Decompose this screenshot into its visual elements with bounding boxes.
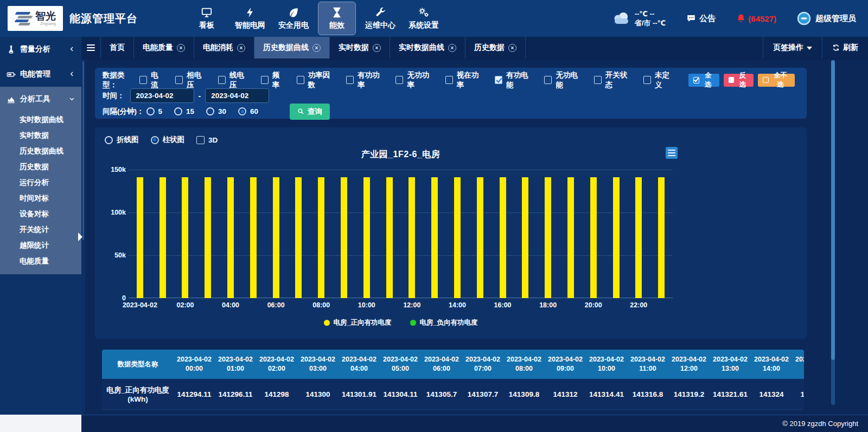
bar[interactable] <box>363 177 370 298</box>
tab-close-icon[interactable]: × <box>508 44 516 52</box>
checkbox-box[interactable] <box>261 76 269 84</box>
tab-实时数据[interactable]: 实时数据× <box>330 37 390 59</box>
checkbox-box[interactable] <box>218 76 226 84</box>
refresh-button[interactable]: 刷新 <box>822 37 868 59</box>
sidebar-item-设备对标[interactable]: 设备对标 <box>0 206 81 222</box>
radio-circle[interactable] <box>206 107 214 115</box>
sidebar-item-越限统计[interactable]: 越限统计 <box>0 237 81 253</box>
sidebar-item-开关统计[interactable]: 开关统计 <box>0 222 81 237</box>
checkbox-未定义[interactable]: 未定义 <box>643 70 675 90</box>
start-date-input[interactable]: 2023-04-02 <box>130 88 194 103</box>
tab-close-icon[interactable]: × <box>373 44 381 52</box>
radio-circle[interactable] <box>238 107 246 115</box>
bar[interactable] <box>341 177 347 298</box>
radio-circle[interactable] <box>105 136 113 144</box>
checkbox-box[interactable] <box>594 76 602 84</box>
checkbox-box[interactable] <box>196 136 205 144</box>
interval-radio-30[interactable]: 30 <box>206 107 226 115</box>
sidebar-item-历史数据曲线[interactable]: 历史数据曲线 <box>0 143 81 159</box>
tab-电能质量[interactable]: 电能质量× <box>134 37 194 59</box>
chart-type-3D[interactable]: 3D <box>196 136 218 144</box>
legend-item-电房_正向有功电度[interactable]: 电房_正向有功电度 <box>324 318 392 327</box>
checkbox-box[interactable] <box>139 76 147 84</box>
tab-首页[interactable]: 首页 <box>101 37 134 59</box>
nav-item-安全用电[interactable]: 安全用电 <box>275 2 312 35</box>
bar[interactable] <box>545 177 551 298</box>
nav-item-看板[interactable]: 看板 <box>188 2 226 35</box>
button-全选[interactable]: 全选 <box>688 74 719 87</box>
sidebar-item-实时数据曲线[interactable]: 实时数据曲线 <box>0 112 81 127</box>
bar[interactable] <box>431 177 438 298</box>
bar[interactable] <box>409 177 415 298</box>
end-date-input[interactable]: 2023-04-02 <box>205 88 269 103</box>
tab-operations-button[interactable]: 页签操作 <box>763 37 822 59</box>
bar[interactable] <box>205 177 211 298</box>
checkbox-视在功率[interactable]: 视在功率 <box>445 70 484 90</box>
vertical-scrollbar[interactable] <box>831 60 835 405</box>
sidebar-collapse-handle[interactable] <box>78 233 82 241</box>
sidebar-item-运行分析[interactable]: 运行分析 <box>0 175 81 190</box>
tab-close-icon[interactable]: × <box>177 44 185 52</box>
query-button[interactable]: 查询 <box>290 104 330 120</box>
tab-close-icon[interactable]: × <box>448 44 456 52</box>
bar[interactable] <box>250 177 257 298</box>
sidebar-item-电能质量[interactable]: 电能质量 <box>0 253 81 269</box>
button-反选[interactable]: 反选 <box>724 74 754 87</box>
bar[interactable] <box>318 177 324 298</box>
checkbox-box[interactable] <box>643 76 651 84</box>
bar[interactable] <box>635 177 642 298</box>
bar[interactable] <box>386 177 393 298</box>
bar[interactable] <box>567 177 574 298</box>
checkbox-无功功率[interactable]: 无功功率 <box>395 70 434 90</box>
bar[interactable] <box>227 177 234 298</box>
interval-radio-15[interactable]: 15 <box>174 107 194 115</box>
interval-radio-5[interactable]: 5 <box>146 107 163 115</box>
tab-close-icon[interactable]: × <box>312 44 321 52</box>
checkbox-线电压[interactable]: 线电压 <box>218 70 250 90</box>
tab-menu-button[interactable] <box>81 37 101 59</box>
checkbox-box[interactable] <box>175 76 183 84</box>
checkbox-有功功率[interactable]: 有功功率 <box>346 70 385 90</box>
announcement-button[interactable]: 公告 <box>686 14 716 24</box>
radio-circle[interactable] <box>146 107 155 115</box>
checkbox-相电压[interactable]: 相电压 <box>175 70 207 90</box>
radio-circle[interactable] <box>151 136 159 144</box>
notification-button[interactable]: (64527) <box>736 13 776 24</box>
bar[interactable] <box>658 177 665 298</box>
tab-历史数据[interactable]: 历史数据× <box>465 37 526 59</box>
scrollbar-thumb[interactable] <box>831 60 835 360</box>
bar[interactable] <box>613 177 620 298</box>
nav-item-能效[interactable]: 能效 <box>318 2 356 35</box>
sidebar-group-电能管理[interactable]: 电能管理 <box>0 62 81 87</box>
sidebar-item-实时数据[interactable]: 实时数据 <box>0 127 81 143</box>
button-全不选[interactable]: 全不选 <box>758 74 795 87</box>
checkbox-box[interactable] <box>445 76 453 84</box>
bar[interactable] <box>454 177 461 298</box>
bar[interactable] <box>159 177 166 298</box>
bar[interactable] <box>273 177 279 298</box>
bar[interactable] <box>477 177 483 298</box>
checkbox-box[interactable] <box>495 76 502 84</box>
checkbox-无功电能[interactable]: 无功电能 <box>544 70 583 90</box>
nav-item-运维中心[interactable]: 运维中心 <box>361 2 399 35</box>
bar[interactable] <box>500 177 506 298</box>
nav-item-系统设置[interactable]: 系统设置 <box>405 2 443 35</box>
checkbox-功率因数[interactable]: 功率因数 <box>297 70 335 90</box>
sidebar-item-时间对标[interactable]: 时间对标 <box>0 190 81 206</box>
checkbox-电流[interactable]: 电流 <box>139 70 164 90</box>
chart-type-柱状图[interactable]: 柱状图 <box>151 135 185 145</box>
legend-item-电房_负向有功电度[interactable]: 电房_负向有功电度 <box>410 318 478 327</box>
sidebar-item-历史数据[interactable]: 历史数据 <box>0 159 81 175</box>
tab-电能消耗[interactable]: 电能消耗× <box>194 37 254 59</box>
tab-实时数据曲线[interactable]: 实时数据曲线× <box>390 37 465 59</box>
checkbox-频率[interactable]: 频率 <box>261 70 286 90</box>
sidebar-group-分析工具[interactable]: 分析工具 <box>0 87 81 112</box>
bar[interactable] <box>522 177 528 298</box>
checkbox-有功电能[interactable]: 有功电能 <box>495 70 533 90</box>
radio-circle[interactable] <box>174 107 182 115</box>
interval-radio-60[interactable]: 60 <box>238 107 258 115</box>
bar[interactable] <box>295 177 302 298</box>
bar[interactable] <box>590 177 597 298</box>
checkbox-box[interactable] <box>346 76 354 84</box>
bar[interactable] <box>137 177 143 298</box>
